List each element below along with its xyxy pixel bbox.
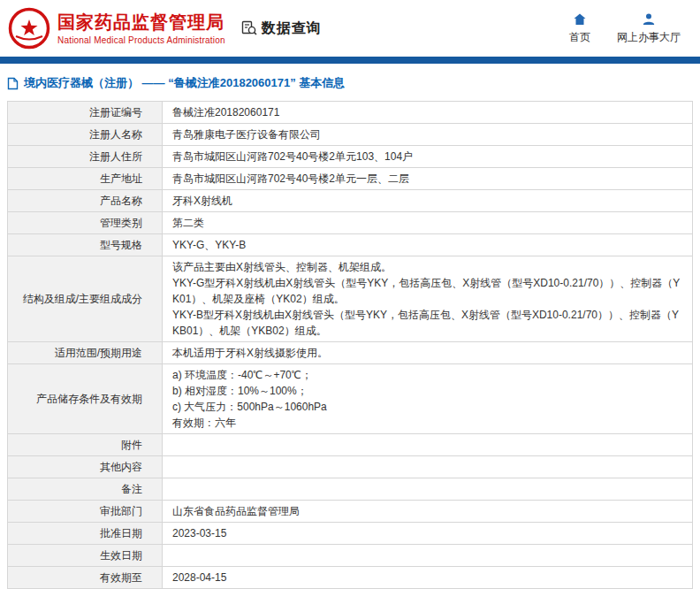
row-value: 山东省食品药品监督管理局: [163, 501, 693, 523]
nav-home[interactable]: 首页: [569, 12, 590, 45]
table-row: 生效日期: [8, 545, 693, 567]
table-row: 管理类别 第二类: [8, 212, 693, 234]
row-value: 第二类: [163, 212, 693, 234]
row-value: 2023-03-15: [163, 523, 693, 545]
row-label: 有效期至: [8, 567, 163, 589]
row-label: 适用范围/预期用途: [8, 342, 163, 364]
header-divider-bar: [0, 57, 700, 64]
nmpa-emblem-logo: [7, 6, 51, 50]
table-row: 注册证编号 鲁械注准20182060171: [8, 102, 693, 124]
row-value: 鲁械注准20182060171: [163, 102, 693, 124]
row-label: 结构及组成/主要组成成分: [8, 256, 163, 342]
org-name-cn: 国家药品监督管理局: [57, 11, 225, 33]
row-label: 型号规格: [8, 234, 163, 256]
table-row: 有效期至 2028-04-15: [8, 567, 693, 589]
table-row: 结构及组成/主要组成成分 该产品主要由X射线管头、控制器、机架组成。 YKY-G…: [8, 256, 693, 342]
nav-service-hall-label: 网上办事大厅: [617, 30, 681, 45]
row-value: 牙科X射线机: [163, 190, 693, 212]
user-icon: [642, 12, 656, 27]
row-value: [163, 545, 693, 567]
table-row: 适用范围/预期用途 本机适用于牙科X射线摄影使用。: [8, 342, 693, 364]
breadcrumb: 境内医疗器械（注册） —— “鲁械注准20182060171” 基本信息: [0, 64, 700, 101]
table-row: 备注: [8, 478, 693, 501]
nav-service-hall[interactable]: 网上办事大厅: [617, 12, 681, 45]
row-label: 批准日期: [8, 523, 163, 545]
row-value: 2028-04-15: [163, 567, 693, 589]
table-row: 型号规格 YKY-G、YKY-B: [8, 234, 693, 256]
table-row: 批准日期 2023-03-15: [8, 523, 693, 545]
brand-text: 国家药品监督管理局 National Medical Products Admi…: [57, 11, 225, 45]
row-value: 青岛雅康电子医疗设备有限公司: [163, 124, 693, 146]
row-label: 注册人住所: [8, 146, 163, 168]
row-label: 备注: [8, 478, 163, 501]
row-value: YKY-G、YKY-B: [163, 234, 693, 256]
row-value: 该产品主要由X射线管头、控制器、机架组成。 YKY-G型牙科X射线机由X射线管头…: [163, 256, 693, 342]
top-nav: 首页 网上办事大厅: [569, 12, 681, 45]
row-label: 其他内容: [8, 456, 163, 478]
data-query-icon: [241, 20, 257, 36]
table-row: 生产地址 青岛市城阳区山河路702号40号楼2单元一层、二层: [8, 168, 693, 190]
row-value: 青岛市城阳区山河路702号40号楼2单元一层、二层: [163, 168, 693, 190]
home-icon: [573, 12, 587, 27]
module-title: 数据查询: [262, 19, 322, 38]
row-value: [163, 434, 693, 456]
table-row: 产品名称 牙科X射线机: [8, 190, 693, 212]
nav-home-label: 首页: [569, 30, 590, 45]
registration-info-table: 注册证编号 鲁械注准20182060171 注册人名称 青岛雅康电子医疗设备有限…: [7, 101, 693, 589]
row-label: 注册证编号: [8, 102, 163, 124]
row-value: [163, 456, 693, 478]
document-icon: [7, 77, 19, 90]
table-row: 附件: [8, 434, 693, 456]
row-label: 产品名称: [8, 190, 163, 212]
site-header: 国家药品监督管理局 National Medical Products Admi…: [0, 0, 700, 57]
row-label: 生产地址: [8, 168, 163, 190]
table-row: 审批部门 山东省食品药品监督管理局: [8, 501, 693, 523]
row-value: [163, 478, 693, 501]
row-value: a) 环境温度：-40℃～+70℃； b) 相对湿度：10%～100%； c) …: [163, 364, 693, 434]
module-title-group: 数据查询: [241, 19, 322, 38]
table-row: 产品储存条件及有效期 a) 环境温度：-40℃～+70℃； b) 相对湿度：10…: [8, 364, 693, 434]
row-label: 产品储存条件及有效期: [8, 364, 163, 434]
table-row: 其他内容: [8, 456, 693, 478]
row-label: 管理类别: [8, 212, 163, 234]
brand: 国家药品监督管理局 National Medical Products Admi…: [7, 6, 225, 50]
breadcrumb-text: 境内医疗器械（注册） —— “鲁械注准20182060171” 基本信息: [24, 76, 345, 90]
row-value: 本机适用于牙科X射线摄影使用。: [163, 342, 693, 364]
table-row: 注册人名称 青岛雅康电子医疗设备有限公司: [8, 124, 693, 146]
row-label: 注册人名称: [8, 124, 163, 146]
org-name-en: National Medical Products Administration: [57, 35, 225, 45]
row-label: 审批部门: [8, 501, 163, 523]
row-value: 青岛市城阳区山河路702号40号楼2单元103、104户: [163, 146, 693, 168]
row-label: 生效日期: [8, 545, 163, 567]
row-label: 附件: [8, 434, 163, 456]
table-row: 注册人住所 青岛市城阳区山河路702号40号楼2单元103、104户: [8, 146, 693, 168]
